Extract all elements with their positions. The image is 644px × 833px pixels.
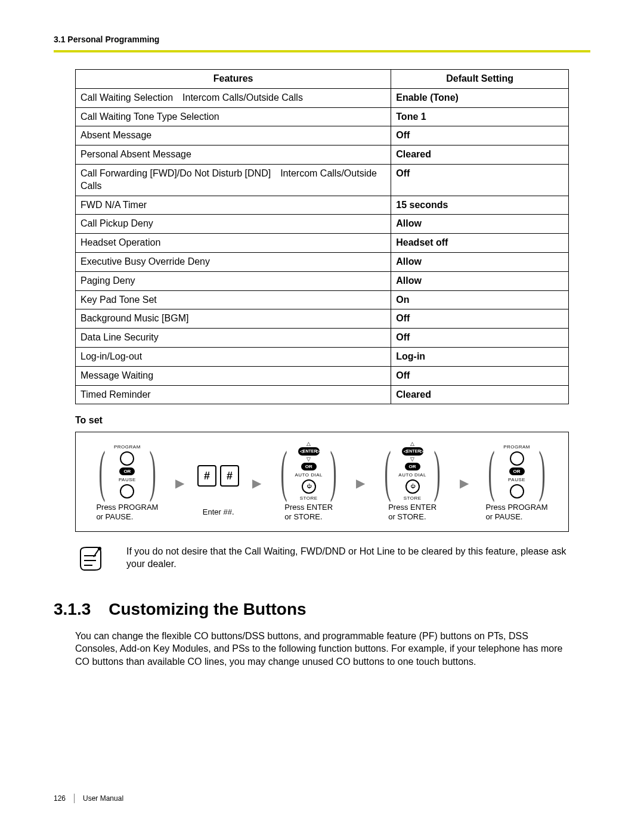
footer-separator [74, 794, 75, 803]
table-row: Call Waiting Tone Type SelectionTone 1 [76, 107, 569, 126]
table-row: Call Forwarding [FWD]/Do Not Disturb [DN… [76, 164, 569, 196]
feature-cell: Call Forwarding [FWD]/Do Not Disturb [DN… [76, 164, 391, 196]
keycap-hash-icon: # [220, 465, 239, 487]
section-title: Customizing the Buttons [109, 600, 306, 619]
table-row: Background Music [BGM]Off [76, 309, 569, 329]
table-row: FWD N/A Timer15 seconds [76, 196, 569, 215]
running-header: 3.1 Personal Programming [54, 35, 590, 50]
note-block: If you do not desire that the Call Waiti… [75, 545, 569, 574]
feature-cell: Personal Absent Message [76, 145, 391, 165]
note-text: If you do not desire that the Call Waiti… [126, 545, 569, 571]
procedure-step-2: # # Enter ##. [197, 449, 239, 517]
feature-cell: Log-in/Log-out [76, 347, 391, 366]
table-row: Data Line SecurityOff [76, 329, 569, 348]
table-row: Personal Absent MessageCleared [76, 145, 569, 165]
keycap-hash-icon: # [197, 465, 216, 487]
procedure-step-1: ( PROGRAM OR PAUSE ) Press PROGRAM or PA… [92, 444, 162, 521]
step-caption: Press ENTER or STORE. [284, 503, 333, 521]
procedure-step-4: ( △ ◁ENTER▷ ▽ OR AUTO DIAL ⏻ STORE [378, 444, 447, 521]
step-caption: Press PROGRAM or PAUSE. [486, 503, 548, 521]
enter-button-icon: ◁ENTER▷ [298, 447, 320, 456]
default-cell: Allow [391, 215, 569, 234]
default-cell: On [391, 290, 569, 309]
default-cell: 15 seconds [391, 196, 569, 215]
feature-cell: Headset Operation [76, 234, 391, 253]
arrow-icon: ▶ [354, 476, 367, 490]
default-cell: Allow [391, 252, 569, 271]
section-number: 3.1.3 [54, 600, 91, 619]
col-features: Features [76, 70, 391, 89]
arrow-icon: ▶ [457, 476, 471, 490]
table-row: Executive Busy Override DenyAllow [76, 252, 569, 271]
feature-cell: Absent Message [76, 126, 391, 145]
pause-button-icon [120, 484, 134, 498]
default-cell: Log-in [391, 347, 569, 366]
pause-button-icon [510, 484, 524, 498]
up-caret-icon: △ [410, 442, 414, 445]
up-caret-icon: △ [306, 442, 311, 445]
program-button-icon [120, 451, 134, 466]
arrow-icon: ▶ [250, 476, 264, 490]
page-footer: 126 User Manual [54, 794, 123, 803]
autodial-label: AUTO DIAL [398, 472, 426, 478]
procedure-step-5: ( PROGRAM OR PAUSE ) Press PROGRAM or PA… [482, 444, 552, 521]
store-label: STORE [300, 496, 318, 501]
feature-cell: Call Pickup Deny [76, 215, 391, 234]
document-page: 3.1 Personal Programming Features Defaul… [0, 0, 644, 833]
default-cell: Cleared [391, 385, 569, 404]
or-pill-icon: OR [405, 463, 420, 470]
store-button-icon: ⏻ [405, 479, 420, 494]
table-row: Absent MessageOff [76, 126, 569, 145]
pause-label: PAUSE [119, 477, 136, 482]
table-row: Call Waiting Selection Intercom Calls/Ou… [76, 88, 569, 107]
table-row: Timed ReminderCleared [76, 385, 569, 404]
arrow-icon: ▶ [173, 476, 187, 490]
table-row: Log-in/Log-outLog-in [76, 347, 569, 366]
feature-cell: Data Line Security [76, 329, 391, 348]
store-button-icon: ⏻ [302, 479, 316, 494]
feature-cell: Timed Reminder [76, 385, 391, 404]
procedure-step-3: ( △ ◁ENTER▷ ▽ OR AUTO DIAL ⏻ STORE [274, 444, 343, 521]
accent-bar [54, 50, 590, 52]
default-cell: Off [391, 309, 569, 329]
features-table: Features Default Setting Call Waiting Se… [75, 69, 569, 404]
feature-cell: Executive Busy Override Deny [76, 252, 391, 271]
down-caret-icon: ▽ [410, 457, 414, 461]
procedure-box: ( PROGRAM OR PAUSE ) Press PROGRAM or PA… [75, 432, 569, 531]
default-cell: Cleared [391, 145, 569, 165]
or-pill-icon: OR [119, 467, 135, 475]
table-row: Key Pad Tone SetOn [76, 290, 569, 309]
program-label: PROGRAM [503, 444, 530, 450]
page-number: 126 [54, 794, 66, 803]
table-row: Call Pickup DenyAllow [76, 215, 569, 234]
default-cell: Headset off [391, 234, 569, 253]
default-cell: Off [391, 126, 569, 145]
program-label: PROGRAM [114, 444, 141, 450]
step-caption: Press PROGRAM or PAUSE. [96, 503, 158, 521]
default-cell: Off [391, 329, 569, 348]
table-row: Headset OperationHeadset off [76, 234, 569, 253]
feature-cell: Key Pad Tone Set [76, 290, 391, 309]
to-set-heading: To set [75, 415, 569, 426]
table-row: Paging DenyAllow [76, 271, 569, 290]
or-pill-icon: OR [509, 467, 525, 475]
or-pill-icon: OR [301, 463, 317, 470]
feature-cell: FWD N/A Timer [76, 196, 391, 215]
pause-label: PAUSE [508, 477, 525, 482]
feature-cell: Message Waiting [76, 366, 391, 385]
note-icon [75, 545, 105, 574]
default-cell: Off [391, 366, 569, 385]
enter-button-icon: ◁ENTER▷ [402, 447, 423, 456]
feature-cell: Background Music [BGM] [76, 309, 391, 329]
table-header-row: Features Default Setting [76, 70, 569, 89]
default-cell: Tone 1 [391, 107, 569, 126]
program-button-icon [510, 451, 524, 466]
default-cell: Allow [391, 271, 569, 290]
autodial-label: AUTO DIAL [295, 472, 323, 478]
step-caption: Press ENTER or STORE. [388, 503, 436, 521]
section-body: You can change the flexible CO buttons/D… [75, 630, 569, 668]
feature-cell: Call Waiting Selection Intercom Calls/Ou… [76, 88, 391, 107]
doc-title: User Manual [83, 794, 123, 803]
feature-cell: Call Waiting Tone Type Selection [76, 107, 391, 126]
store-label: STORE [404, 496, 422, 501]
